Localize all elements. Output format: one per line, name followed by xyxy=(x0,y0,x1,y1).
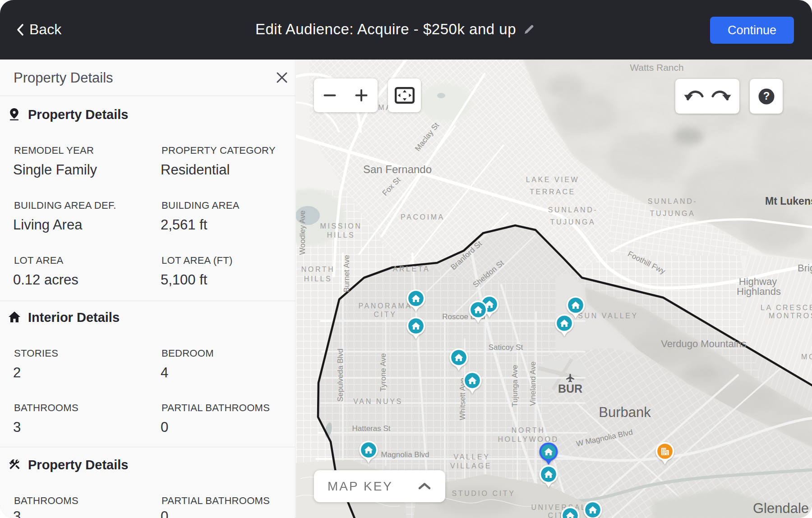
svg-text:NORTH: NORTH xyxy=(512,426,545,434)
svg-text:VILLAGE: VILLAGE xyxy=(450,462,492,470)
svg-text:Hatteras St: Hatteras St xyxy=(352,424,390,433)
svg-text:Burnet Ave: Burnet Ave xyxy=(342,255,351,293)
svg-text:LAKE VIEW: LAKE VIEW xyxy=(526,176,580,183)
svg-text:HOLLYWOOD: HOLLYWOOD xyxy=(498,435,558,443)
svg-text:Tujunga Ave: Tujunga Ave xyxy=(511,365,519,407)
svg-text:BUR: BUR xyxy=(558,382,582,395)
svg-text:HILLS: HILLS xyxy=(304,275,332,283)
svg-text:Highlands: Highlands xyxy=(737,286,781,297)
svg-text:CITY: CITY xyxy=(374,311,397,318)
svg-text:TERRACE: TERRACE xyxy=(530,188,576,196)
svg-text:Brig: Brig xyxy=(798,262,812,274)
svg-text:Burbank: Burbank xyxy=(599,404,651,420)
svg-text:Sepulveda Blvd: Sepulveda Blvd xyxy=(336,348,345,402)
svg-text:TUJUNGA: TUJUNGA xyxy=(650,210,696,217)
svg-text:SUNLAND-: SUNLAND- xyxy=(548,206,598,214)
svg-text:ARLETA: ARLETA xyxy=(393,265,430,273)
svg-text:LA CRESCENTA-: LA CRESCENTA- xyxy=(761,304,812,312)
svg-text:MISSION: MISSION xyxy=(320,222,362,230)
svg-text:Watts Ranch: Watts Ranch xyxy=(630,62,683,73)
svg-text:Glendale: Glendale xyxy=(753,500,809,516)
svg-text:Woodley Ave: Woodley Ave xyxy=(298,211,307,255)
svg-text:PACOIMA: PACOIMA xyxy=(401,213,445,221)
svg-text:MONTE: MONTE xyxy=(801,353,812,361)
svg-text:Vineland Ave: Vineland Ave xyxy=(529,362,537,406)
svg-text:VAN NUYS: VAN NUYS xyxy=(353,398,402,405)
svg-text:SUNLAND-: SUNLAND- xyxy=(648,197,698,205)
svg-text:HILLS: HILLS xyxy=(327,231,355,239)
svg-text:PANORAMA: PANORAMA xyxy=(358,302,412,310)
svg-text:TUJUNGA: TUJUNGA xyxy=(550,218,596,226)
svg-text:MONTROSE: MONTROSE xyxy=(769,312,812,320)
svg-text:VALLEY: VALLEY xyxy=(454,453,490,461)
svg-text:STUDIO CITY: STUDIO CITY xyxy=(452,490,516,497)
svg-text:?: ? xyxy=(763,90,770,102)
svg-text:NORTH: NORTH xyxy=(301,266,335,273)
svg-text:UNIVERSAL: UNIVERSAL xyxy=(531,504,586,511)
svg-text:Tyrone Ave: Tyrone Ave xyxy=(379,353,388,392)
svg-text:Mt Lukens: Mt Lukens xyxy=(765,195,812,207)
svg-text:Saticoy St: Saticoy St xyxy=(489,343,523,352)
svg-text:Verdugo Mountains: Verdugo Mountains xyxy=(661,338,747,349)
svg-text:Magnolia Blvd: Magnolia Blvd xyxy=(381,450,429,459)
svg-text:SUN VALLEY: SUN VALLEY xyxy=(578,312,638,320)
svg-text:San Fernando: San Fernando xyxy=(363,163,432,175)
